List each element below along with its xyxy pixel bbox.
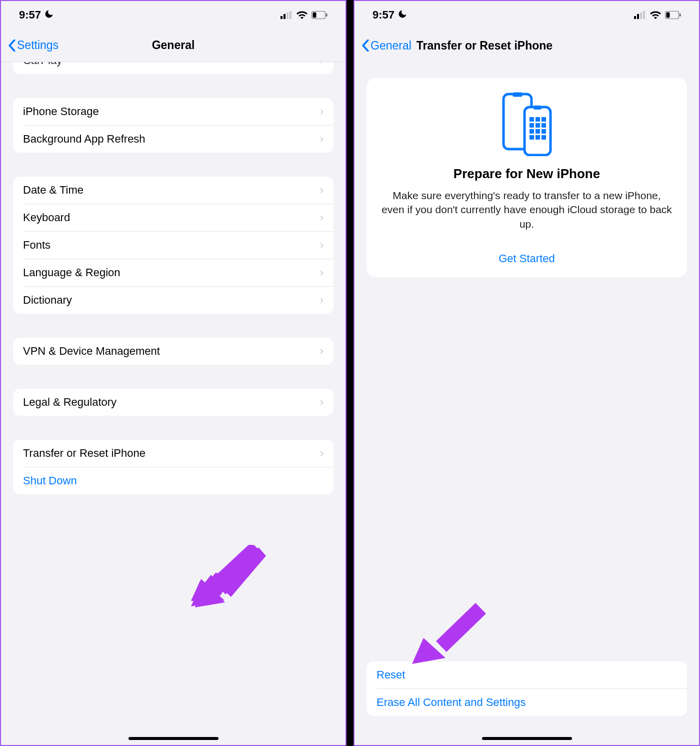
svg-rect-14: [634, 16, 636, 19]
svg-marker-37: [412, 638, 446, 664]
phone-left: 9:57 Settings General CarPlay › iP: [0, 0, 346, 746]
back-button[interactable]: General: [358, 38, 414, 54]
svg-marker-8: [191, 572, 226, 601]
status-time: 9:57: [19, 9, 41, 22]
row-label: VPN & Device Management: [23, 345, 160, 358]
battery-icon: [312, 11, 328, 19]
chevron-right-icon: ›: [320, 447, 324, 460]
svg-marker-9: [191, 581, 218, 601]
chevron-right-icon: ›: [320, 345, 324, 358]
svg-rect-5: [313, 13, 316, 18]
list-group: Transfer or Reset iPhone › Shut Down: [13, 440, 334, 494]
svg-rect-32: [536, 129, 540, 134]
svg-rect-1: [284, 14, 286, 19]
row-label: Legal & Regulatory: [23, 396, 116, 409]
back-label: Settings: [17, 39, 58, 52]
svg-rect-15: [637, 14, 639, 19]
annotation-arrow-icon: [191, 545, 266, 610]
svg-rect-36: [542, 135, 546, 140]
wifi-icon: [650, 11, 661, 19]
chevron-right-icon: ›: [320, 211, 324, 224]
settings-row-date-time[interactable]: Date & Time ›: [13, 177, 334, 204]
back-button[interactable]: Settings: [5, 38, 62, 53]
back-label: General: [370, 39, 412, 53]
settings-row-background-app-refresh[interactable]: Background App Refresh ›: [13, 126, 334, 153]
svg-rect-35: [536, 135, 540, 140]
list-group: VPN & Device Management ›: [13, 338, 334, 365]
cellular-icon: [634, 11, 646, 19]
row-label: Shut Down: [23, 474, 77, 487]
svg-rect-30: [542, 123, 546, 128]
svg-rect-0: [280, 16, 282, 19]
settings-row-fonts[interactable]: Fonts ›: [13, 232, 334, 259]
wifi-icon: [296, 11, 308, 19]
status-time: 9:57: [372, 9, 394, 22]
svg-rect-20: [680, 14, 681, 17]
get-started-button[interactable]: Get Started: [498, 252, 555, 265]
annotation-arrow-icon: [410, 600, 490, 670]
svg-rect-19: [666, 13, 670, 18]
row-label: Dictionary: [23, 294, 72, 307]
reset-button[interactable]: Reset: [366, 661, 687, 688]
settings-row-language-region[interactable]: Language & Region ›: [13, 259, 334, 286]
status-icons: [280, 11, 328, 19]
svg-rect-31: [530, 129, 534, 134]
row-label: Background App Refresh: [23, 133, 146, 146]
svg-rect-2: [286, 13, 288, 19]
status-icons: [634, 11, 681, 19]
svg-rect-11: [218, 545, 261, 583]
reset-list-group: Reset Erase All Content and Settings: [366, 661, 687, 716]
chevron-right-icon: ›: [320, 133, 324, 146]
svg-rect-28: [530, 123, 534, 128]
svg-rect-6: [326, 14, 328, 17]
svg-rect-13: [215, 545, 265, 594]
phone-right: 9:57 General Transfer or Reset iPhone: [354, 0, 700, 746]
settings-list: CarPlay › iPhone Storage › Background Ap…: [1, 62, 346, 745]
svg-rect-22: [512, 93, 522, 97]
settings-row-legal-regulatory[interactable]: Legal & Regulatory ›: [13, 389, 334, 416]
battery-icon: [665, 11, 681, 19]
svg-rect-24: [534, 106, 542, 110]
chevron-left-icon: [362, 40, 370, 52]
prepare-card: Prepare for New iPhone Make sure everyth…: [366, 78, 687, 277]
svg-rect-3: [290, 11, 292, 19]
row-label: Keyboard: [23, 211, 70, 224]
svg-rect-34: [530, 135, 534, 140]
page-title: General: [152, 39, 195, 52]
home-indicator: [482, 737, 572, 740]
row-label: CarPlay: [23, 62, 62, 67]
settings-row-keyboard[interactable]: Keyboard ›: [13, 204, 334, 231]
row-label: Fonts: [23, 239, 50, 252]
page-title: Transfer or Reset iPhone: [416, 39, 552, 53]
nav-bar: Settings General: [1, 29, 346, 62]
cellular-icon: [280, 11, 292, 19]
erase-all-button[interactable]: Erase All Content and Settings: [366, 689, 687, 716]
svg-rect-17: [643, 11, 645, 19]
row-label: Erase All Content and Settings: [376, 696, 526, 709]
row-label: iPhone Storage: [23, 105, 99, 118]
list-group: CarPlay ›: [13, 62, 334, 74]
settings-row-shut-down[interactable]: Shut Down: [13, 467, 334, 494]
svg-rect-38: [436, 603, 486, 652]
annotation-arrow-icon: [188, 542, 268, 612]
list-group: iPhone Storage › Background App Refresh …: [13, 98, 334, 153]
svg-rect-33: [542, 129, 546, 134]
transfer-devices-icon: [380, 92, 673, 156]
settings-row-carplay[interactable]: CarPlay ›: [13, 62, 334, 74]
list-group: Legal & Regulatory ›: [13, 389, 334, 416]
status-bar: 9:57: [354, 1, 699, 29]
svg-rect-25: [530, 117, 534, 122]
card-title: Prepare for New iPhone: [380, 166, 673, 182]
row-label: Date & Time: [23, 184, 84, 197]
row-label: Language & Region: [23, 266, 120, 279]
svg-rect-29: [536, 123, 540, 128]
chevron-right-icon: ›: [320, 184, 324, 197]
settings-row-transfer-reset-iphone[interactable]: Transfer or Reset iPhone ›: [13, 440, 334, 467]
svg-marker-7: [191, 575, 226, 600]
row-label: Reset: [376, 668, 405, 681]
settings-row-dictionary[interactable]: Dictionary ›: [13, 287, 334, 314]
settings-row-iphone-storage[interactable]: iPhone Storage ›: [13, 98, 334, 125]
settings-row-vpn-device-management[interactable]: VPN & Device Management ›: [13, 338, 334, 365]
status-bar: 9:57: [1, 1, 346, 29]
nav-bar: General Transfer or Reset iPhone: [354, 29, 699, 62]
